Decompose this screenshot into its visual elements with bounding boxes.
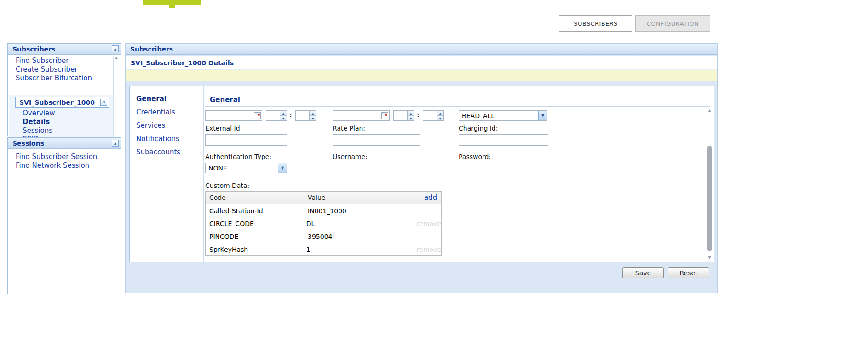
auth-type-select[interactable]: NONE ▼ [205,163,287,173]
sidebar-item-details[interactable]: Details [8,118,121,126]
password-field[interactable] [459,163,548,174]
sidebar-item-subscriber-bifurcation[interactable]: Subscriber Bifurcation [8,74,121,83]
custom-data-code: Called-Station-Id [206,204,304,217]
end-date-input[interactable] [333,111,381,120]
dropdown-arrow-icon[interactable]: ▼ [538,111,547,120]
tab-configuration[interactable]: CONFIGURATION [635,15,710,32]
custom-data-table: Code Value add Called-Station-Id IN001_1… [205,191,442,256]
end-minute-spinner[interactable]: ▲ ▼ [423,110,444,121]
page-title: SVI_Subscriber_1000 Details [131,59,234,67]
spinner-down-icon[interactable]: ▼ [310,116,316,120]
scroll-up-icon[interactable]: ▲ [706,108,713,113]
start-date-field[interactable] [205,110,262,121]
brand-logo [143,0,201,5]
end-date-field[interactable] [333,110,390,121]
chevron-up-icon: ▲ [114,47,116,51]
spinner-up-icon[interactable]: ▲ [437,111,443,116]
tab-credentials[interactable]: Credentials [133,106,203,119]
remove-custom-data-link[interactable]: remove [417,220,441,227]
sidebar-item-find-subscriber[interactable]: Find Subscriber [8,57,121,65]
rate-plan-field[interactable] [333,134,420,146]
custom-data-code: SprKeyHash [206,243,303,255]
spinner-up-icon[interactable]: ▲ [408,111,414,116]
save-button[interactable]: Save [622,267,664,278]
sessions-panel-header: Sessions ▲ [8,138,121,149]
spinner-arrows: ▲ ▼ [437,111,443,120]
add-custom-data-link[interactable]: add [424,193,437,202]
spinner-up-icon[interactable]: ▲ [280,111,287,116]
calendar-icon[interactable] [381,112,388,119]
auth-type-label: Authentication Type: [205,153,271,160]
read-scope-select[interactable]: READ_ALL ▼ [459,110,547,121]
start-hour-input[interactable] [266,111,280,120]
tab-subscribers[interactable]: SUBSCRIBERS [559,15,632,32]
sessions-panel-title: Sessions [12,140,44,147]
custom-data-header-row: Code Value add [206,192,441,204]
end-hour-input[interactable] [394,111,407,120]
sidebar-item-find-subscriber-session[interactable]: Find Subscriber Session [8,153,121,161]
table-row: CIRCLE_CODE DL remove [206,217,441,230]
subscribers-panel-title: Subscribers [12,45,55,53]
main-panel-header: Subscribers [126,44,717,55]
custom-data-value: 1 [303,243,417,255]
reset-button[interactable]: Reset [668,267,709,278]
rate-plan-label: Rate Plan: [333,125,365,132]
tab-notifications[interactable]: Notifications [133,132,203,146]
charging-id-label: Charging Id: [459,125,498,132]
spinner-down-icon[interactable]: ▼ [408,116,414,120]
chevron-up-icon: ▲ [114,142,116,145]
end-hour-spinner[interactable]: ▲ ▼ [393,110,414,121]
spinner-up-icon[interactable]: ▲ [310,111,316,116]
spinner-down-icon[interactable]: ▼ [437,116,443,120]
general-form: General ▲ ▼ : ▲ [204,86,714,262]
brand-logo-notch [169,5,175,8]
sidebar-item-find-network-session[interactable]: Find Network Session [8,161,121,170]
spinner-arrows: ▲ ▼ [407,111,414,120]
form-scrollbar[interactable]: ▲ ▼ [706,108,713,260]
external-id-field[interactable] [205,134,287,146]
end-minute-input[interactable] [423,111,437,120]
dropdown-arrow-icon[interactable]: ▼ [278,163,287,173]
custom-data-value: IN001_1000 [304,204,420,217]
scroll-down-icon[interactable]: ▼ [706,255,713,260]
main-panel: Subscribers SVI_Subscriber_1000 Details … [125,43,718,293]
start-minute-spinner[interactable]: ▲ ▼ [295,110,316,121]
sidebar-item-overview[interactable]: Overview [8,109,121,118]
table-row: SprKeyHash 1 remove [206,243,441,255]
close-subscriber-button[interactable]: × [100,99,107,106]
username-field[interactable] [333,163,420,174]
time-separator: : [289,111,292,119]
spinner-down-icon[interactable]: ▼ [280,116,287,120]
page: SUBSCRIBERS CONFIGURATION Subscribers ▲ … [0,0,868,352]
tab-subaccounts[interactable]: Subaccounts [133,146,203,159]
column-header-code: Code [206,192,304,204]
scrollbar-thumb[interactable] [707,146,712,251]
spinner-arrows: ▲ ▼ [309,111,316,120]
start-minute-input[interactable] [296,111,309,120]
sidebar-scrollbar[interactable]: ▲ ▼ [113,56,119,142]
sidebar: Subscribers ▲ Find Subscriber Create Sub… [7,43,121,294]
start-hour-spinner[interactable]: ▲ ▼ [266,110,287,121]
charging-id-field[interactable] [459,134,548,146]
collapse-panel-button[interactable]: ▲ [112,140,119,147]
custom-data-label: Custom Data: [205,182,249,189]
sessions-panel-body: Find Subscriber Session Find Network Ses… [8,149,121,294]
tab-services[interactable]: Services [133,119,203,132]
table-row: Called-Station-Id IN001_1000 [206,204,441,217]
password-label: Password: [459,153,491,160]
sidebar-item-sessions[interactable]: Sessions [8,126,121,135]
sidebar-item-create-subscriber[interactable]: Create Subscriber [8,65,121,74]
read-scope-value: READ_ALL [459,112,538,119]
scroll-up-icon[interactable]: ▲ [115,56,118,60]
table-row: PINCODE 395004 [206,230,441,243]
section-title-text: General [210,96,240,104]
start-date-input[interactable] [206,111,254,120]
auth-type-value: NONE [206,165,278,172]
details-nav: General Credentials Services Notificatio… [130,86,203,262]
remove-custom-data-link[interactable]: remove [417,246,441,253]
tab-general[interactable]: General [133,92,203,106]
selected-subscriber-box[interactable]: SVI_Subscriber_1000 × [15,97,109,108]
main-panel-title: Subscribers [130,45,173,53]
collapse-panel-button[interactable]: ▲ [112,45,119,52]
calendar-icon[interactable] [254,112,261,119]
